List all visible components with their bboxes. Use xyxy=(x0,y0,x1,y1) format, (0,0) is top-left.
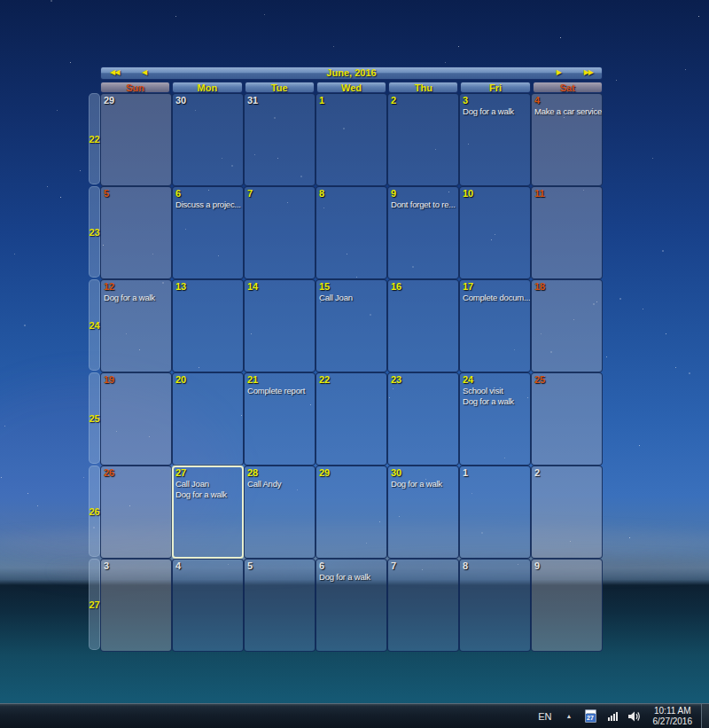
day-cell-24[interactable]: 24School visitDog for a walk xyxy=(459,372,531,466)
day-number: 22 xyxy=(319,374,384,386)
clock-date: 6/27/2016 xyxy=(653,716,693,727)
week-number-25: 25 xyxy=(89,372,100,464)
day-number: 16 xyxy=(391,281,456,293)
day-cell-31[interactable]: 31 xyxy=(244,93,316,186)
day-cell-1[interactable]: 1 xyxy=(316,93,387,186)
day-number: 4 xyxy=(534,95,599,106)
day-cell-4[interactable]: 4Make a car service xyxy=(531,93,603,186)
event-label: Discuss a projec... xyxy=(175,200,240,210)
language-indicator[interactable]: EN xyxy=(531,711,558,722)
tray-calendar-icon[interactable]: 27 xyxy=(585,709,596,723)
day-cell-8[interactable]: 8 xyxy=(459,559,531,652)
calendar-title-bar: ◀◀ ◀ June, 2016 ▶ ▶▶ xyxy=(100,67,603,80)
show-desktop-button[interactable] xyxy=(701,704,709,728)
event-label: Complete docum... xyxy=(463,293,527,303)
day-cell-14[interactable]: 14 xyxy=(244,279,316,372)
day-cell-25[interactable]: 25 xyxy=(531,372,603,466)
day-cell-30[interactable]: 30Dog for a walk xyxy=(387,466,459,559)
day-number: 19 xyxy=(104,374,168,386)
day-cell-27-today[interactable]: 27Call JoanDog for a walk xyxy=(172,466,244,559)
day-cell-7[interactable]: 7 xyxy=(244,186,316,279)
week-number-22: 22 xyxy=(89,93,100,184)
taskbar[interactable]: EN ▲ 27 10:11 AM 6/27/2016 xyxy=(0,703,709,728)
day-cell-16[interactable]: 16 xyxy=(387,279,459,372)
day-cell-29[interactable]: 29 xyxy=(316,466,387,559)
day-cell-29[interactable]: 29 xyxy=(100,93,172,186)
tray-calendar-icon-day: 27 xyxy=(586,714,596,722)
day-number: 3 xyxy=(104,560,168,572)
event-label: Dont forget to re... xyxy=(391,200,456,210)
day-number: 11 xyxy=(534,188,599,200)
day-header-wed[interactable]: Wed xyxy=(316,82,386,93)
day-header-mon[interactable]: Mon xyxy=(172,82,242,93)
week-number-26: 26 xyxy=(89,466,100,557)
day-cell-15[interactable]: 15Call Joan xyxy=(316,279,387,372)
day-number: 7 xyxy=(391,560,456,572)
calendar-grid: 293031123Dog for a walk4Make a car servi… xyxy=(100,93,603,652)
day-header-sat[interactable]: Sat xyxy=(533,82,603,93)
day-cell-23[interactable]: 23 xyxy=(387,372,459,466)
day-cell-26[interactable]: 26 xyxy=(100,466,172,559)
day-cell-5[interactable]: 5 xyxy=(100,186,172,279)
day-number: 2 xyxy=(391,95,456,106)
event-label: Call Joan xyxy=(175,479,240,489)
day-number: 6 xyxy=(319,560,384,572)
day-number: 30 xyxy=(175,95,240,106)
clock[interactable]: 10:11 AM 6/27/2016 xyxy=(648,706,702,727)
event-label: Dog for a walk xyxy=(391,479,456,489)
day-header-sun[interactable]: Sun xyxy=(100,82,170,93)
day-cell-7[interactable]: 7 xyxy=(387,559,459,652)
day-cell-19[interactable]: 19 xyxy=(100,372,172,466)
day-cell-30[interactable]: 30 xyxy=(172,93,244,186)
day-number: 21 xyxy=(247,374,312,386)
week-number-23: 23 xyxy=(89,186,100,278)
day-header-fri[interactable]: Fri xyxy=(460,82,530,93)
day-cell-11[interactable]: 11 xyxy=(531,186,603,279)
day-cell-22[interactable]: 22 xyxy=(316,372,387,466)
event-label: Dog for a walk xyxy=(319,572,384,583)
day-cell-3[interactable]: 3 xyxy=(100,559,172,652)
day-cell-5[interactable]: 5 xyxy=(244,559,316,652)
day-number: 2 xyxy=(534,467,599,479)
day-cell-4[interactable]: 4 xyxy=(172,559,244,652)
day-number: 20 xyxy=(175,374,240,386)
day-cell-8[interactable]: 8 xyxy=(316,186,387,279)
day-cell-13[interactable]: 13 xyxy=(172,279,244,372)
day-cell-28[interactable]: 28Call Andy xyxy=(244,466,316,559)
network-icon[interactable] xyxy=(608,711,619,721)
day-number: 9 xyxy=(391,188,456,200)
day-header-tue[interactable]: Tue xyxy=(245,82,315,93)
day-number: 9 xyxy=(534,560,599,572)
day-number: 12 xyxy=(104,281,168,293)
day-number: 27 xyxy=(175,467,240,479)
day-cell-12[interactable]: 12Dog for a walk xyxy=(100,279,172,372)
day-number: 10 xyxy=(463,188,527,200)
next-month-button[interactable]: ▶ xyxy=(557,67,561,79)
day-header-thu[interactable]: Thu xyxy=(388,82,458,93)
day-cell-20[interactable]: 20 xyxy=(172,372,244,466)
day-cell-9[interactable]: 9 xyxy=(531,559,603,652)
week-number-column: 222324252627 xyxy=(89,93,100,652)
day-cell-2[interactable]: 2 xyxy=(387,93,459,186)
volume-icon[interactable] xyxy=(628,711,642,722)
day-cell-9[interactable]: 9Dont forget to re... xyxy=(387,186,459,279)
day-cell-18[interactable]: 18 xyxy=(531,279,603,372)
day-cell-1[interactable]: 1 xyxy=(459,466,531,559)
day-number: 31 xyxy=(247,95,312,106)
day-number: 1 xyxy=(463,467,527,479)
day-cell-17[interactable]: 17Complete docum... xyxy=(459,279,531,372)
day-number: 13 xyxy=(175,281,240,293)
day-cell-6[interactable]: 6Dog for a walk xyxy=(316,559,387,652)
day-cell-21[interactable]: 21Complete report xyxy=(244,372,316,466)
event-label: Dog for a walk xyxy=(175,489,240,500)
next-year-button[interactable]: ▶▶ xyxy=(584,67,593,79)
day-cell-3[interactable]: 3Dog for a walk xyxy=(459,93,531,186)
day-number: 5 xyxy=(104,188,168,200)
day-cell-2[interactable]: 2 xyxy=(531,466,603,559)
day-cell-6[interactable]: 6Discuss a projec... xyxy=(172,186,244,279)
day-cell-10[interactable]: 10 xyxy=(459,186,531,279)
day-header-row: SunMonTueWedThuFriSat xyxy=(100,82,603,93)
day-number: 6 xyxy=(175,188,240,200)
system-tray: EN ▲ 27 10:11 AM 6/27/2016 xyxy=(531,704,701,728)
show-hidden-icons-button[interactable]: ▲ xyxy=(559,713,580,719)
